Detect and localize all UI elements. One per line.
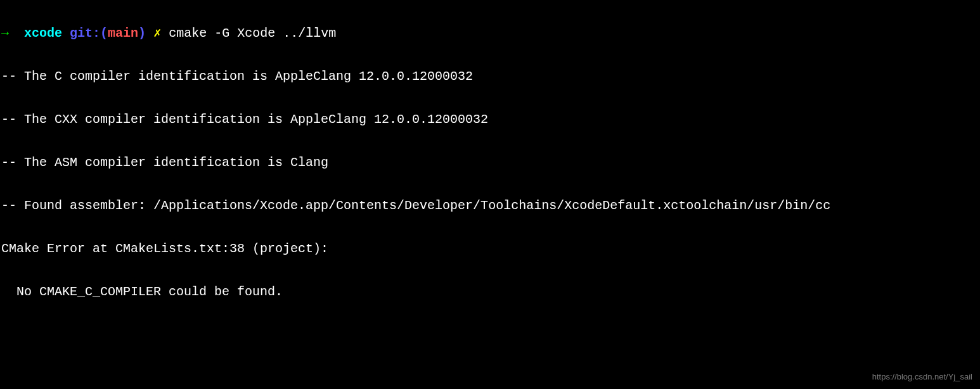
- output-line: -- The C compiler identification is Appl…: [1, 66, 979, 87]
- prompt-dirty-icon: ✗: [153, 26, 161, 41]
- prompt-directory: xcode: [24, 26, 62, 41]
- prompt-line: → xcode git:(main) ✗ cmake -G Xcode ../l…: [1, 23, 979, 44]
- output-line: -- The ASM compiler identification is Cl…: [1, 152, 979, 174]
- prompt-arrow-icon: →: [1, 26, 9, 41]
- terminal-output[interactable]: → xcode git:(main) ✗ cmake -G Xcode ../l…: [1, 1, 979, 389]
- prompt-git-branch: main: [108, 26, 138, 41]
- watermark-text: https://blog.csdn.net/Yj_sail: [872, 370, 972, 384]
- command-text: cmake -G Xcode ../llvm: [169, 26, 336, 41]
- error-detail-line: No CMAKE_C_COMPILER could be found.: [1, 281, 979, 303]
- prompt-git-label: git:(: [70, 26, 108, 41]
- prompt-git-close: ): [138, 26, 146, 41]
- output-line: -- The CXX compiler identification is Ap…: [1, 109, 979, 131]
- error-line: CMake Error at CMakeLists.txt:38 (projec…: [1, 238, 979, 260]
- output-line: -- Found assembler: /Applications/Xcode.…: [1, 195, 979, 217]
